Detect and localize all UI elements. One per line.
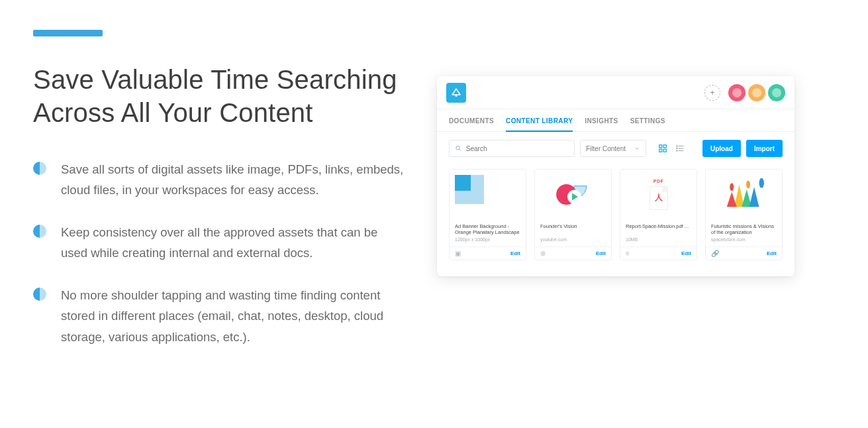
image-icon: ▣ <box>455 250 461 257</box>
feature-bullet: Keep consistency over all the approved a… <box>33 222 404 264</box>
svg-rect-3 <box>659 145 662 148</box>
search-icon <box>455 144 462 152</box>
feature-bullet: Save all sorts of digital assets like im… <box>33 159 404 201</box>
bullet-text: No more shoulder tapping and wasting tim… <box>61 285 404 347</box>
asset-title: Futuristic missions & Visions of the org… <box>711 223 777 235</box>
bullet-dot-icon <box>33 162 46 175</box>
asset-title: Report-Space-Mission.pdf ... <box>626 223 691 235</box>
feature-bullet: No more shoulder tapping and wasting tim… <box>33 285 404 347</box>
asset-subtext: 10MB <box>626 237 691 242</box>
accent-bar <box>33 30 103 36</box>
tab-documents[interactable]: DOCUMENTS <box>449 117 494 131</box>
page-headline: Save Valuable Time Searching Across All … <box>33 63 404 129</box>
pdf-badge: PDF <box>653 179 664 184</box>
library-toolbar: Filter Content Upload Import <box>437 132 795 165</box>
edit-link[interactable]: Edit <box>510 250 520 256</box>
svg-marker-18 <box>726 191 736 207</box>
asset-card[interactable]: PDF 人 Report-Space-Mission.pdf ... 10MB … <box>620 169 697 260</box>
upload-button[interactable]: Upload <box>702 140 741 157</box>
svg-rect-6 <box>663 149 666 152</box>
svg-point-10 <box>677 146 677 146</box>
app-logo-icon <box>446 83 466 103</box>
link-icon: 🔗 <box>711 250 719 257</box>
grid-view-button[interactable] <box>655 141 670 156</box>
svg-point-1 <box>456 146 459 149</box>
asset-thumbnail <box>450 170 526 219</box>
svg-marker-19 <box>749 187 759 207</box>
avatar[interactable] <box>728 84 746 101</box>
asset-subtext: spacefuture.com <box>711 237 777 242</box>
app-topbar: + <box>437 76 795 109</box>
asset-card[interactable]: Ad Banner Background - Orange Planatary … <box>449 169 526 260</box>
asset-thumbnail <box>706 170 782 219</box>
svg-point-11 <box>677 148 677 148</box>
asset-card[interactable]: Founder's Vision youtube.com ⊕ Edit <box>534 169 612 260</box>
list-view-button[interactable] <box>673 141 687 156</box>
view-toggle <box>655 141 687 156</box>
bullet-dot-icon <box>33 225 46 238</box>
globe-icon: ⊕ <box>540 250 546 257</box>
chevron-down-icon <box>634 145 640 152</box>
edit-link[interactable]: Edit <box>596 250 606 256</box>
svg-point-12 <box>677 150 677 151</box>
avatar[interactable] <box>768 84 785 101</box>
svg-rect-4 <box>663 145 666 148</box>
filter-dropdown[interactable]: Filter Content <box>580 140 646 157</box>
import-button[interactable]: Import <box>746 140 783 157</box>
asset-thumbnail: PDF 人 <box>620 170 697 219</box>
search-input[interactable] <box>466 145 569 152</box>
avatar[interactable] <box>748 84 765 101</box>
svg-point-0 <box>456 95 458 97</box>
tab-content-library[interactable]: CONTENT LIBRARY <box>506 117 573 131</box>
asset-subtext: 1200px x 1000px <box>455 237 520 242</box>
svg-line-2 <box>459 149 461 150</box>
edit-link[interactable]: Edit <box>681 250 691 256</box>
svg-point-21 <box>759 178 764 187</box>
filter-label: Filter Content <box>586 145 626 152</box>
svg-rect-5 <box>659 149 662 152</box>
svg-point-20 <box>730 183 734 191</box>
content-library-app: + DOCUMENTS CONTENT LIBRARY INSIGHTS SET… <box>437 76 795 276</box>
bullet-dot-icon <box>33 288 46 301</box>
file-icon: ≡ <box>626 250 630 257</box>
asset-title: Ad Banner Background - Orange Planatary … <box>455 223 520 235</box>
bullet-text: Keep consistency over all the approved a… <box>61 222 404 264</box>
add-member-button[interactable]: + <box>704 85 720 101</box>
bullet-text: Save all sorts of digital assets like im… <box>61 159 404 201</box>
asset-card[interactable]: Futuristic missions & Visions of the org… <box>705 169 783 260</box>
svg-point-22 <box>746 180 750 188</box>
tab-settings[interactable]: SETTINGS <box>630 117 665 131</box>
app-tabs: DOCUMENTS CONTENT LIBRARY INSIGHTS SETTI… <box>437 109 795 132</box>
asset-title: Founder's Vision <box>540 223 606 235</box>
asset-grid: Ad Banner Background - Orange Planatary … <box>437 165 795 276</box>
search-box[interactable] <box>449 140 575 157</box>
asset-thumbnail <box>535 170 611 219</box>
asset-subtext: youtube.com <box>540 237 606 242</box>
edit-link[interactable]: Edit <box>767 250 777 256</box>
tab-insights[interactable]: INSIGHTS <box>585 117 618 131</box>
